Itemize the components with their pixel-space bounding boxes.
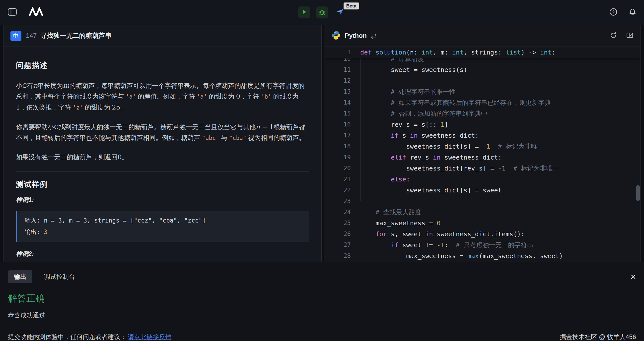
bell-icon (628, 8, 636, 17)
code-token: def (360, 48, 376, 56)
code-line[interactable]: 25 max_sweetness = 0 (324, 218, 640, 229)
code-token: # 处理字符串的唯一性 (391, 88, 456, 95)
text-segment: 0 (118, 153, 122, 161)
text-segment: 'z' (73, 104, 83, 111)
code-line[interactable]: 16 rev_s = s[::-1] (324, 119, 640, 130)
topbar-right: ? (609, 8, 636, 17)
problem-paragraph: 小C有n串长度为m的糖葫芦，每串糖葫芦可以用一个字符串表示。每个糖葫芦的甜度是所… (16, 80, 309, 113)
toggle-layout-button[interactable] (626, 32, 634, 40)
code-token: int (422, 48, 433, 56)
text-segment: 1 (16, 103, 20, 111)
code-token: if (391, 241, 398, 249)
editor-scrollbar-thumb[interactable] (636, 185, 640, 201)
code-content: for s, sweet in sweetness_dict.items(): (360, 229, 525, 239)
code-line[interactable]: 12 (324, 75, 640, 86)
debug-button[interactable] (316, 6, 328, 18)
problem-id: 147 (26, 32, 36, 39)
text-segment: 输出: (25, 229, 44, 236)
code-token: int (452, 48, 464, 56)
console-tabs: 输出 调试控制台 × (8, 270, 636, 283)
code-token: ) -> (521, 48, 540, 56)
code-token: for (376, 230, 387, 238)
code-line[interactable]: 1def solution(n: int, m: int, strings: l… (324, 47, 640, 58)
difficulty-badge: 中 (10, 31, 22, 41)
text-segment: 的差值。例如，字符 (136, 93, 197, 100)
switch-language-icon[interactable]: ⇄ (371, 32, 377, 40)
code-line[interactable]: 22 sweetness_dict[s] = sweet (324, 185, 640, 196)
code-token: rev_s (406, 154, 433, 161)
code-content: def solution(n: int, m: int, strings: li… (360, 47, 555, 58)
code-token: : (552, 48, 555, 56)
problem-title: 寻找独一无二的糖葫芦串 (40, 31, 111, 40)
code-token: int (540, 48, 552, 56)
code-token: list (506, 48, 521, 56)
code-token: sweetness_dict.items(): (433, 230, 525, 238)
code-content: # 如果字符串或其翻转后的字符串已经存在，则更新字典 (360, 97, 551, 108)
code-line[interactable]: 15 # 否则，添加新的字符串到字典中 (324, 108, 640, 119)
result-subtitle: 恭喜成功通过 (8, 311, 636, 319)
section-divider (16, 171, 309, 172)
code-line[interactable]: 23 (324, 196, 640, 207)
marscode-logo[interactable] (28, 7, 44, 18)
community-credit: 掘金技术社区 @ 牧羊人456 (560, 333, 636, 341)
run-button[interactable] (298, 6, 310, 18)
code-token: s (398, 132, 410, 139)
code-content: sweetness_dict[rev_s] = -1 # 标记为非唯一 (360, 163, 559, 174)
sample2-label: 样例2: (16, 250, 309, 258)
code-editor[interactable]: 10 # 计算甜度11 sweet = sweetness(s)1213 # 处… (324, 47, 640, 262)
text-segment: 小C有 (16, 82, 33, 89)
code-token: # 标记为非唯一 (498, 143, 544, 150)
line-number: 21 (324, 174, 353, 185)
code-token: -1 (482, 143, 490, 150)
line-number: 18 (324, 141, 353, 152)
submit-button[interactable]: Beta (334, 6, 346, 18)
feedback-link[interactable]: 请点此链接反馈 (128, 333, 172, 341)
code-token: # 只考虑独一无二的字符串 (456, 241, 534, 249)
code-line[interactable]: 24 # 查找最大甜度 (324, 207, 640, 218)
code-token: ] (444, 121, 448, 128)
tab-output[interactable]: 输出 (8, 270, 32, 283)
code-line[interactable]: 20 sweetness_dict[rev_s] = -1 # 标记为非唯一 (324, 163, 640, 174)
text-segment: 输入: n = 3, m = 3, strings = ["ccz", "cba… (25, 217, 206, 224)
code-line[interactable]: 28 max_sweetness = max(max_sweetness, sw… (324, 250, 640, 261)
code-token: in (433, 154, 441, 161)
text-segment: 25 (112, 103, 120, 111)
language-selector[interactable]: Python (345, 32, 367, 39)
line-number: 22 (324, 185, 353, 196)
code-line[interactable]: 18 sweetness_dict[s] = -1 # 标记为非唯一 (324, 141, 640, 152)
line-number: 25 (324, 218, 353, 229)
run-controls: Beta (298, 6, 346, 18)
text-segment: 视为相同的糖葫芦。 (246, 134, 306, 141)
close-icon[interactable]: × (630, 272, 636, 282)
code-line[interactable]: 26 for s, sweet in sweetness_dict.items(… (324, 229, 640, 239)
split-view-icon (626, 32, 634, 40)
code-line[interactable]: 19 elif rev_s in sweetness_dict: (324, 152, 640, 163)
editor-header: Python ⇄ (324, 25, 640, 47)
code-token: elif (391, 154, 406, 161)
code-token: , m: (433, 48, 452, 56)
help-button[interactable]: ? (609, 8, 618, 17)
notifications-button[interactable] (628, 8, 636, 17)
problem-body: 问题描述 小C有n串长度为m的糖葫芦，每串糖葫芦可以用一个字符串表示。每个糖葫芦… (4, 47, 322, 262)
reset-code-button[interactable] (610, 32, 617, 40)
line-number: 19 (324, 152, 353, 163)
code-line[interactable]: 21 else: (324, 174, 640, 185)
feedback-text: 提交功能内测体验中，任何问题或者建议： (8, 333, 126, 341)
problem-paragraph: 如果没有独一无二的糖葫芦，则返回0。 (16, 152, 309, 163)
sidebar-toggle-button[interactable] (8, 8, 17, 17)
code-line[interactable]: 14 # 如果字符串或其翻转后的字符串已经存在，则更新字典 (324, 97, 640, 108)
code-line[interactable]: 17 if s in sweetness_dict: (324, 130, 640, 141)
code-line[interactable]: 13 # 处理字符串的唯一性 (324, 86, 640, 97)
tab-debug-console[interactable]: 调试控制台 (44, 273, 75, 281)
code-token: (max_sweetness, sweet) (479, 252, 563, 260)
code-line[interactable]: 11 sweet = sweetness(s) (324, 64, 640, 75)
code-line[interactable]: 27 if sweet != -1: # 只考虑独一无二的字符串 (324, 239, 640, 250)
console-footer: 提交功能内测体验中，任何问题或者建议： 请点此链接反馈 掘金技术社区 @ 牧羊人… (8, 333, 636, 341)
text-segment: n (33, 82, 37, 89)
python-icon (331, 31, 341, 41)
line-number: 1 (324, 47, 353, 58)
refresh-icon (610, 32, 617, 40)
logo-icon (28, 7, 44, 18)
editor-panel: Python ⇄ (324, 25, 641, 262)
text-segment: ，依次类推，字符 (20, 104, 73, 111)
